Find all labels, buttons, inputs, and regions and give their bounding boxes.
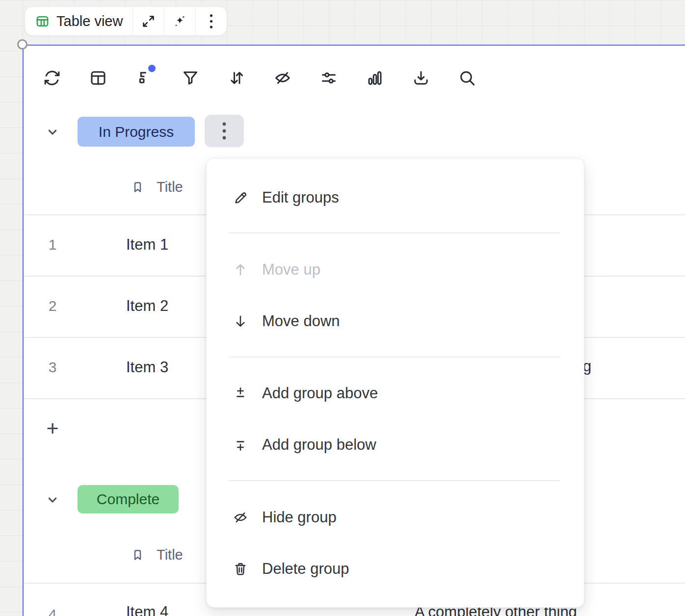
- refresh-button[interactable]: [42, 68, 62, 88]
- kebab-menu-icon: [204, 14, 219, 29]
- menu-item-label: Hide group: [262, 509, 337, 526]
- notification-dot: [148, 65, 156, 72]
- menu-item-label: Delete group: [262, 560, 349, 578]
- group-badge-complete[interactable]: Complete: [78, 485, 179, 513]
- block-resize-handle[interactable]: [17, 39, 27, 50]
- sort-icon: [227, 68, 246, 88]
- eye-slash-icon: [232, 509, 249, 526]
- chevron-down-icon: [45, 124, 60, 140]
- row-number[interactable]: 4: [42, 606, 63, 616]
- block-menu-button[interactable]: [195, 7, 227, 35]
- cell-item-1[interactable]: Item 1: [126, 236, 168, 254]
- menu-item-edit-groups[interactable]: Edit groups: [207, 186, 584, 209]
- hide-fields-button[interactable]: [273, 68, 292, 88]
- menu-divider: [229, 357, 560, 358]
- menu-item-add-group-above[interactable]: Add group above: [207, 382, 584, 405]
- pencil-icon: [232, 189, 249, 206]
- menu-item-delete-group[interactable]: Delete group: [207, 557, 584, 581]
- customize-button[interactable]: [319, 68, 339, 88]
- filter-icon: [181, 68, 200, 88]
- menu-item-label: Add group above: [262, 385, 378, 402]
- menu-item-label: Edit groups: [262, 189, 339, 206]
- menu-item-move-up[interactable]: Move up: [207, 258, 584, 282]
- sort-button[interactable]: [227, 68, 246, 88]
- block-toolbar: Table view: [25, 6, 227, 36]
- group-options-menu: Edit groups Move up Move down Add group …: [206, 158, 584, 608]
- view-type-button[interactable]: Table view: [25, 7, 132, 35]
- sliders-icon: [319, 68, 339, 88]
- sparkles-icon: [172, 14, 187, 29]
- group-badge-in-progress[interactable]: In Progress: [78, 117, 195, 147]
- menu-divider: [229, 480, 560, 481]
- cell-item-2[interactable]: Item 2: [126, 297, 168, 315]
- cell-item-4[interactable]: Item 4: [126, 603, 168, 616]
- collapse-group-chevron[interactable]: [45, 492, 60, 508]
- view-type-label: Table view: [56, 13, 123, 29]
- bookmark-icon: [130, 179, 146, 195]
- expand-arrows-icon: [141, 14, 156, 29]
- search-button[interactable]: [457, 68, 477, 88]
- search-icon: [457, 68, 477, 88]
- table-grid-icon: [35, 14, 50, 29]
- ai-sparkles-button[interactable]: [164, 7, 195, 35]
- collapse-group-chevron[interactable]: [45, 124, 60, 140]
- menu-item-hide-group[interactable]: Hide group: [207, 506, 584, 529]
- menu-item-label: Move up: [262, 261, 320, 279]
- menu-item-label: Move down: [262, 312, 340, 330]
- group-options-button[interactable]: [205, 115, 244, 147]
- refresh-icon: [42, 68, 62, 88]
- bar-chart-icon: [365, 68, 385, 88]
- layout-icon: [88, 68, 108, 88]
- chevron-down-icon: [45, 492, 60, 508]
- arrow-up-icon: [232, 261, 249, 278]
- column-header-label: Title: [157, 179, 183, 195]
- cell-item-3[interactable]: Item 3: [126, 359, 168, 376]
- column-header-label: Title: [157, 547, 183, 563]
- chart-button[interactable]: [365, 68, 385, 88]
- menu-divider: [229, 232, 560, 233]
- add-row-button[interactable]: +: [42, 416, 63, 440]
- trash-icon: [232, 561, 249, 577]
- row-number[interactable]: 3: [42, 359, 63, 376]
- bookmark-icon: [130, 547, 146, 563]
- row-number[interactable]: 2: [42, 298, 63, 314]
- arrow-down-icon: [232, 313, 249, 330]
- menu-item-label: Add group below: [262, 436, 376, 454]
- column-header-title[interactable]: Title: [130, 547, 183, 563]
- export-button[interactable]: [411, 68, 431, 88]
- group-by-button[interactable]: [134, 68, 154, 88]
- table-toolbar: [42, 68, 477, 88]
- expand-block-button[interactable]: [132, 7, 164, 35]
- plus-under-line-icon: [232, 436, 249, 453]
- plus-over-line-icon: [232, 385, 249, 402]
- layout-button[interactable]: [88, 68, 108, 88]
- filter-button[interactable]: [181, 68, 200, 88]
- eye-slash-icon: [273, 68, 292, 88]
- download-icon: [411, 68, 431, 88]
- row-number[interactable]: 1: [42, 236, 63, 253]
- column-header-title[interactable]: Title: [130, 179, 183, 195]
- menu-item-move-down[interactable]: Move down: [207, 309, 584, 333]
- kebab-menu-icon: [221, 121, 228, 141]
- menu-item-add-group-below[interactable]: Add group below: [207, 433, 584, 457]
